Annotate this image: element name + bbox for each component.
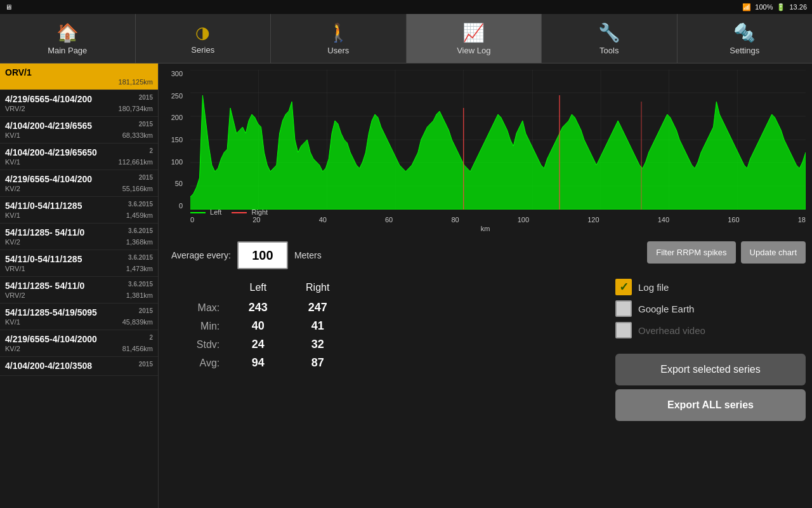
nav-users-label: Users	[327, 46, 349, 55]
series-sub: VRV/2 180,734km	[5, 105, 153, 112]
export-buttons: Export selected series Export ALL series	[615, 354, 806, 421]
export-all-button[interactable]: Export ALL series	[615, 389, 806, 421]
checkbox-row-google-earth[interactable]: Google Earth	[615, 298, 806, 319]
col-left: Left	[230, 279, 286, 298]
average-unit: Meters	[294, 250, 322, 260]
series-sub: KV/2 55,166km	[5, 185, 153, 192]
stat-row: Max: 243 247	[171, 298, 349, 317]
series-sub: KV/1 1,459km	[5, 211, 153, 219]
series-item[interactable]: 54/11/1285- 54/11/0 3.6.2015 VRV/2 1,381…	[0, 277, 158, 304]
series-name: 54/11/0-54/11/1285 3.6.2015	[5, 201, 153, 211]
series-name: ORV/1	[5, 67, 153, 77]
stats-controls-area: Average every: Meters Left Right Max: 2	[159, 235, 812, 508]
checkboxes-container: ✓Log fileGoogle EarthOverhead video	[615, 276, 806, 341]
nav-main-page-label: Main Page	[48, 46, 87, 55]
average-input[interactable]	[237, 241, 288, 269]
checkbox-row-overhead-video[interactable]: Overhead video	[615, 319, 806, 341]
series-sub: KV/1 112,661km	[5, 158, 153, 166]
series-item[interactable]: 54/11/0-54/11/1285 3.6.2015 KV/1 1,459km	[0, 197, 158, 224]
stat-row: Min: 40 41	[171, 317, 349, 335]
checkbox-log-file[interactable]: ✓	[615, 279, 632, 295]
chart-area: 300 250 200 150 100 50 0	[159, 64, 812, 235]
checkbox-label-log-file: Log file	[638, 282, 669, 293]
nav-tools[interactable]: 🔧 Tools	[542, 14, 678, 63]
status-bar-right: 📶 100% 🔋 13.26	[742, 3, 807, 11]
series-item[interactable]: ORV/1 181,125km	[0, 64, 158, 90]
home-icon: 🏠	[56, 22, 79, 43]
wifi-icon: 📶	[742, 3, 751, 11]
update-chart-button[interactable]: Update chart	[741, 241, 806, 264]
nav-series[interactable]: ◑ Series	[136, 14, 272, 63]
nav-view-log[interactable]: 📈 View Log	[407, 14, 542, 63]
stat-left: 24	[230, 335, 286, 354]
series-sub: KV/1 68,333km	[5, 131, 153, 139]
series-item[interactable]: 4/219/6565-4/104/2000 2 KV/2 81,456km	[0, 330, 158, 357]
checkbox-row-log-file[interactable]: ✓Log file	[615, 276, 806, 298]
series-name: 4/104/200-4/210/3508 2015	[5, 361, 153, 371]
nav-settings-label: Settings	[730, 46, 759, 55]
controls-section: Filter RRPM spikes Update chart ✓Log fil…	[615, 241, 806, 502]
checkbox-label-overhead-video: Overhead video	[638, 325, 705, 336]
series-sub: VRV/2 1,381km	[5, 291, 153, 299]
users-icon: 🚶	[327, 22, 350, 43]
battery-icon: 🔋	[776, 3, 785, 11]
checkbox-google-earth[interactable]	[615, 300, 632, 317]
series-name: 4/219/6565-4/104/200 2015	[5, 174, 153, 184]
stat-row: Stdv: 24 32	[171, 335, 349, 354]
chart-svg	[190, 70, 806, 210]
stat-left: 40	[230, 317, 286, 335]
series-item[interactable]: 54/11/1285- 54/11/0 3.6.2015 KV/2 1,368k…	[0, 224, 158, 250]
settings-icon: 🔩	[733, 22, 756, 43]
top-buttons: Filter RRPM spikes Update chart	[615, 241, 806, 264]
stat-right: 247	[286, 298, 349, 317]
stat-label: Max:	[171, 298, 230, 317]
series-item[interactable]: 4/104/200-4/219/6565 2015 KV/1 68,333km	[0, 117, 158, 144]
status-bar-left: 🖥	[5, 3, 12, 11]
nav-bar: 🏠 Main Page ◑ Series 🚶 Users 📈 View Log …	[0, 14, 812, 64]
series-item[interactable]: 4/219/6565-4/104/200 2015 KV/2 55,166km	[0, 170, 158, 197]
stat-label: Stdv:	[171, 335, 230, 354]
chart-y-axis: 300 250 200 150 100 50 0	[159, 70, 185, 210]
series-sub: 181,125km	[5, 78, 153, 86]
legend-left-label: Left	[210, 208, 221, 216]
series-sub: KV/2 1,368km	[5, 238, 153, 246]
stat-row: Avg: 94 87	[171, 354, 349, 372]
stats-section: Average every: Meters Left Right Max: 2	[171, 241, 603, 502]
series-icon: ◑	[195, 23, 210, 43]
series-item[interactable]: 4/219/6565-4/104/200 2015 VRV/2 180,734k…	[0, 90, 158, 117]
nav-series-label: Series	[191, 45, 214, 55]
stat-left: 94	[230, 354, 286, 372]
series-sub: VRV/1 1,473km	[5, 265, 153, 272]
nav-main-page[interactable]: 🏠 Main Page	[0, 14, 136, 63]
series-sub: KV/1 45,839km	[5, 318, 153, 326]
time-label: 13.26	[789, 3, 807, 11]
series-item[interactable]: 54/11/1285-54/19/5095 2015 KV/1 45,839km	[0, 304, 158, 330]
screen-icon: 🖥	[5, 3, 12, 11]
checkmark-icon: ✓	[619, 280, 629, 294]
series-item[interactable]: 4/104/200-4/219/65650 2 KV/1 112,661km	[0, 144, 158, 170]
stat-right: 32	[286, 335, 349, 354]
legend-left-line	[190, 212, 206, 213]
tools-icon: 🔧	[598, 22, 620, 43]
filter-rrpm-button[interactable]: Filter RRPM spikes	[647, 241, 735, 264]
stats-table: Left Right Max: 243 247 Min: 40 41 Stdv:…	[171, 279, 349, 372]
series-name: 4/219/6565-4/104/2000 2	[5, 334, 153, 344]
stat-right: 41	[286, 317, 349, 335]
series-item[interactable]: 4/104/200-4/210/3508 2015	[0, 357, 158, 376]
view-log-icon: 📈	[462, 22, 485, 43]
nav-tools-label: Tools	[599, 46, 619, 55]
nav-users[interactable]: 🚶 Users	[271, 14, 407, 63]
right-panel: 300 250 200 150 100 50 0	[159, 64, 812, 508]
nav-view-log-label: View Log	[457, 46, 490, 55]
nav-settings[interactable]: 🔩 Settings	[678, 14, 813, 63]
series-name: 4/219/6565-4/104/200 2015	[5, 94, 153, 104]
series-item[interactable]: 54/11/0-54/11/1285 3.6.2015 VRV/1 1,473k…	[0, 250, 158, 277]
stat-left: 243	[230, 298, 286, 317]
chart-x-label: km	[481, 225, 490, 232]
chart-legend: Left Right	[190, 208, 268, 216]
checkbox-overhead-video[interactable]	[615, 322, 632, 338]
average-label: Average every:	[171, 250, 231, 260]
series-sidebar: ORV/1 181,125km 4/219/6565-4/104/200 201…	[0, 64, 159, 508]
series-name: 4/104/200-4/219/6565 2015	[5, 121, 153, 131]
export-selected-button[interactable]: Export selected series	[615, 354, 806, 385]
